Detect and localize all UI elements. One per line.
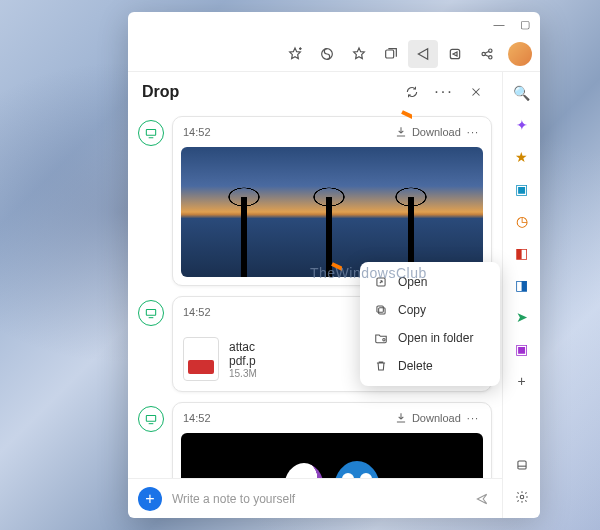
add-icon[interactable]: + (509, 368, 535, 394)
panel-actions: ··· (400, 80, 488, 104)
tab-actions-icon[interactable] (440, 40, 470, 68)
photo-icon[interactable]: ▣ (509, 176, 535, 202)
clock-icon[interactable]: ◷ (509, 208, 535, 234)
collections-icon[interactable] (376, 40, 406, 68)
download-button[interactable]: Download (394, 125, 461, 139)
pdf-thumb-icon (183, 337, 219, 381)
device-icon (138, 300, 164, 326)
video-icon[interactable]: ▣ (509, 336, 535, 362)
ctx-open-folder[interactable]: Open in folder (360, 324, 500, 352)
svg-rect-12 (146, 130, 155, 136)
ctx-delete[interactable]: Delete (360, 352, 500, 380)
minimize-button[interactable]: — (492, 17, 506, 31)
compose-input[interactable]: Write a note to yourself (172, 492, 462, 506)
svg-line-27 (332, 264, 342, 274)
drop-icon[interactable] (408, 40, 438, 68)
drop-item: 14:52 Download ··· (138, 116, 492, 286)
svg-rect-23 (379, 308, 385, 314)
sidebar: 🔍✦★▣◷◧◨➤▣+ (502, 72, 540, 518)
file-size: 15.3M (229, 368, 257, 379)
ctx-copy[interactable]: Copy (360, 296, 500, 324)
favorites-icon[interactable] (280, 40, 310, 68)
card-header: 14:52 Download ··· (173, 403, 491, 433)
device-icon (138, 406, 164, 432)
settings-icon[interactable] (509, 484, 535, 510)
svg-point-25 (383, 339, 385, 341)
profile-avatar[interactable] (508, 42, 532, 66)
annotation-arrow (398, 108, 412, 122)
toolbar (128, 36, 540, 72)
refresh-icon[interactable] (400, 80, 424, 104)
send-button[interactable] (472, 489, 492, 509)
star-favorite-icon[interactable]: ★ (509, 144, 535, 170)
svg-rect-24 (377, 306, 383, 312)
svg-line-8 (485, 51, 489, 53)
svg-rect-17 (146, 416, 155, 422)
drop-item: 14:52 Download ··· (138, 402, 492, 478)
send-icon[interactable]: ➤ (509, 304, 535, 330)
star-icon[interactable] (344, 40, 374, 68)
timestamp: 14:52 (183, 126, 211, 138)
close-icon[interactable] (464, 80, 488, 104)
card-header: 14:52 Download ··· (173, 117, 491, 147)
file-ext: pdf.p (229, 354, 257, 368)
context-menu: Open Copy Open in folder Delete (360, 262, 500, 386)
mail-icon[interactable]: ◨ (509, 272, 535, 298)
more-icon[interactable]: ··· (432, 80, 456, 104)
svg-rect-19 (517, 461, 525, 469)
share-icon[interactable] (472, 40, 502, 68)
extension-icon[interactable] (312, 40, 342, 68)
svg-rect-14 (146, 310, 155, 316)
svg-point-21 (520, 495, 524, 499)
panel-title: Drop (142, 83, 179, 101)
compose-bar: + Write a note to yourself (128, 478, 502, 518)
image-preview[interactable] (181, 433, 483, 478)
cube-icon[interactable]: ◧ (509, 240, 535, 266)
ctx-open[interactable]: Open (360, 268, 500, 296)
file-info: attac pdf.p 15.3M (229, 340, 257, 379)
svg-line-26 (402, 112, 412, 122)
svg-line-9 (485, 54, 489, 56)
timestamp: 14:52 (183, 412, 211, 424)
svg-rect-3 (386, 50, 394, 58)
sparkle-icon[interactable]: ✦ (509, 112, 535, 138)
annotation-arrow (328, 260, 342, 274)
file-name: attac (229, 340, 257, 354)
search-icon[interactable]: 🔍 (509, 80, 535, 106)
trash-icon (374, 359, 388, 373)
card-more-icon[interactable]: ··· (465, 126, 481, 138)
title-bar: — ▢ (128, 12, 540, 36)
open-icon (374, 275, 388, 289)
maximize-button[interactable]: ▢ (518, 17, 532, 31)
device-icon (138, 120, 164, 146)
download-button[interactable]: Download (394, 411, 461, 425)
folder-icon (374, 331, 388, 345)
timestamp: 14:52 (183, 306, 211, 318)
image-card[interactable]: 14:52 Download ··· (172, 402, 492, 478)
collapse-icon[interactable] (509, 452, 535, 478)
image-preview[interactable] (181, 147, 483, 277)
card-more-icon[interactable]: ··· (465, 412, 481, 424)
panel-header: Drop ··· (128, 72, 502, 112)
copy-icon (374, 303, 388, 317)
add-button[interactable]: + (138, 487, 162, 511)
app-window: — ▢ Drop ··· (128, 12, 540, 518)
